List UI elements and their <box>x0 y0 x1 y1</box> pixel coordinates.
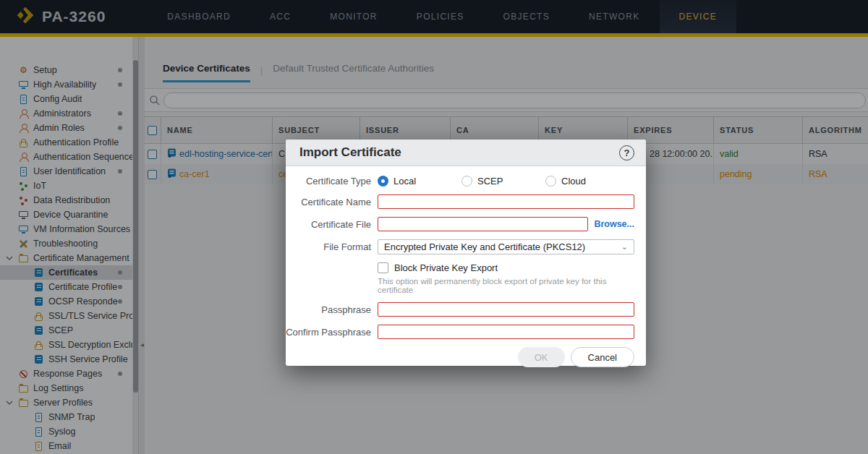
certificate-type-row: Certificate Type LocalSCEPCloud <box>286 176 646 187</box>
radio-local[interactable]: Local <box>378 176 461 187</box>
confirm-passphrase-input[interactable] <box>378 325 634 339</box>
passphrase-input[interactable] <box>378 302 634 317</box>
block-private-key-checkbox[interactable] <box>378 262 388 273</box>
certificate-type-label: Certificate Type <box>286 176 371 187</box>
dialog-header: Import Certificate ? <box>286 140 646 166</box>
file-format-select[interactable]: Encrypted Private Key and Certificate (P… <box>378 239 634 254</box>
ok-button[interactable]: OK <box>518 347 565 367</box>
radio-scep[interactable]: SCEP <box>461 176 545 187</box>
certificate-name-row: Certificate Name <box>286 194 646 209</box>
pan-os-device-page: PA-3260 DASHBOARDACCMONITORPOLICIESOBJEC… <box>0 0 868 454</box>
help-icon[interactable]: ? <box>619 145 634 160</box>
confirm-passphrase-row: Confirm Passphrase <box>286 325 646 339</box>
dialog-title: Import Certificate <box>299 145 401 160</box>
block-private-key-label: Block Private Key Export <box>394 262 498 273</box>
certificate-file-row: Certificate File Browse... <box>286 217 646 231</box>
certificate-file-label: Certificate File <box>286 219 371 230</box>
passphrase-row: Passphrase <box>286 302 646 317</box>
radio-label: Cloud <box>561 176 586 187</box>
certificate-type-radio-group: LocalSCEPCloud <box>378 176 634 187</box>
block-private-key-row: Block Private Key Export <box>286 262 646 273</box>
cancel-button[interactable]: Cancel <box>571 347 634 367</box>
import-certificate-dialog: Import Certificate ? Certificate Type Lo… <box>286 140 646 366</box>
file-format-row: File Format Encrypted Private Key and Ce… <box>286 239 646 254</box>
radio-unselected-icon[interactable] <box>545 176 556 187</box>
file-format-value: Encrypted Private Key and Certificate (P… <box>384 241 585 252</box>
dialog-body: Certificate Type LocalSCEPCloud Certific… <box>286 166 646 347</box>
confirm-passphrase-label: Confirm Passphrase <box>286 327 371 338</box>
dialog-footer: OK Cancel <box>286 347 646 380</box>
radio-selected-icon[interactable] <box>378 176 388 187</box>
certificate-file-input[interactable] <box>378 217 588 231</box>
block-private-key-helper-text: This option will permanently block expor… <box>378 277 634 294</box>
radio-cloud[interactable]: Cloud <box>545 176 629 187</box>
certificate-name-input[interactable] <box>378 194 634 209</box>
radio-label: SCEP <box>477 176 503 187</box>
certificate-name-label: Certificate Name <box>286 197 371 207</box>
browse-button[interactable]: Browse... <box>594 219 634 229</box>
passphrase-label: Passphrase <box>286 304 371 315</box>
radio-label: Local <box>393 176 416 187</box>
chevron-down-icon: ⌄ <box>621 242 628 252</box>
file-format-label: File Format <box>286 241 371 252</box>
radio-unselected-icon[interactable] <box>461 176 472 187</box>
